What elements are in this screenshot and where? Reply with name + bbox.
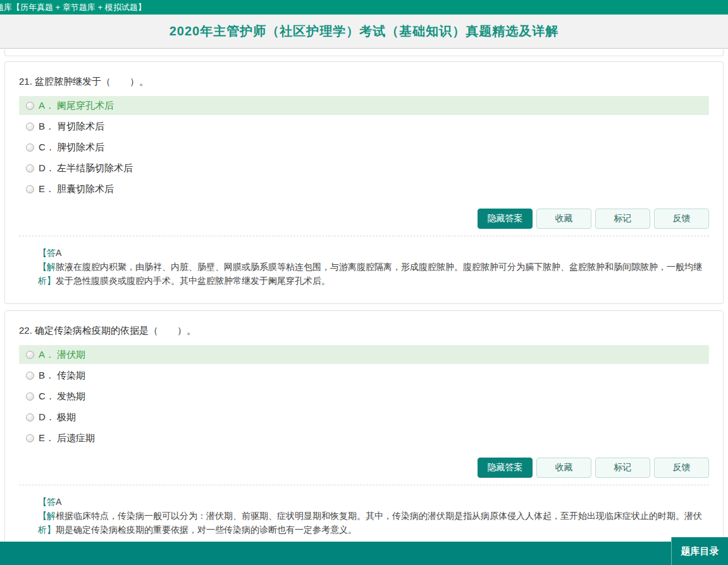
option-e[interactable]: E． 后遗症期 [19, 428, 709, 447]
option-letter: D． [39, 162, 56, 174]
hide-answer-button[interactable]: 隐藏答案 [478, 209, 533, 229]
option-letter: A． [39, 100, 56, 112]
radio-icon[interactable] [26, 102, 34, 110]
options-group: A． 阑尾穿孔术后 B． 胃切除术后 C． 脾切除术后 D． 左半结肠切除术后 … [19, 96, 709, 198]
option-letter: A． [39, 349, 56, 361]
mark-button[interactable]: 标记 [595, 209, 650, 229]
option-e[interactable]: E． 胆囊切除术后 [19, 179, 709, 198]
page-title: 2020年主管护师（社区护理学）考试（基础知识）真题精选及详解 [170, 23, 559, 40]
answer-label: 【答 [38, 497, 56, 507]
option-b[interactable]: B． 传染期 [19, 366, 709, 385]
option-b[interactable]: B． 胃切除术后 [19, 117, 709, 136]
question-card-21: 21. 盆腔脓肿继发于（ ）。 A． 阑尾穿孔术后 B． 胃切除术后 C． 脾切… [4, 61, 724, 304]
answer-value: A [56, 248, 61, 258]
option-text: 发热期 [57, 391, 85, 403]
answer-line: 【答A [38, 495, 709, 509]
answer-label: 【答 [38, 248, 56, 258]
analysis-block: 【解 析】 根据临床特点，传染病一般可以分为：潜伏期、前驱期、症状明显期和恢复期… [38, 509, 709, 537]
title-bar: 2020年主管护师（社区护理学）考试（基础知识）真题精选及详解 [0, 15, 728, 49]
radio-icon[interactable] [26, 185, 34, 193]
previous-card-bottom-fragment [4, 49, 724, 56]
top-banner-text: 题库【历年真题 + 章节题库 + 模拟试题】 [0, 0, 146, 15]
question-card-22: 22. 确定传染病检疫期的依据是（ ）。 A． 潜伏期 B． 传染期 C． 发热… [4, 310, 724, 553]
feedback-button[interactable]: 反馈 [654, 458, 709, 478]
option-text: 传染期 [57, 370, 85, 382]
option-a[interactable]: A． 阑尾穿孔术后 [19, 96, 709, 115]
analysis-label: 【解 析】 [38, 260, 56, 288]
radio-icon[interactable] [26, 123, 34, 131]
answer-section: 【答A 【解 析】 脓液在腹腔内积聚，由肠袢、内脏、肠壁、网膜或肠系膜等粘连包围… [38, 246, 709, 288]
question-stem: 21. 盆腔脓肿继发于（ ）。 [19, 76, 709, 88]
option-text: 脾切除术后 [57, 142, 104, 154]
option-letter: E． [39, 432, 56, 444]
option-text: 胆囊切除术后 [57, 183, 114, 195]
option-text: 潜伏期 [57, 349, 85, 361]
favorite-button[interactable]: 收藏 [536, 209, 591, 229]
options-group: A． 潜伏期 B． 传染期 C． 发热期 D． 极期 E． 后遗症期 [19, 345, 709, 447]
radio-icon[interactable] [26, 434, 34, 442]
option-letter: B． [39, 121, 56, 133]
analysis-text: 脓液在腹腔内积聚，由肠袢、内脏、肠壁、网膜或肠系膜等粘连包围，与游离腹腔隔离，形… [56, 262, 702, 286]
mark-button[interactable]: 标记 [595, 458, 650, 478]
bottom-bar [0, 542, 728, 565]
question-list: 21. 盆腔脓肿继发于（ ）。 A． 阑尾穿孔术后 B． 胃切除术后 C． 脾切… [0, 49, 728, 553]
option-text: 胃切除术后 [57, 121, 104, 133]
answer-divider [19, 236, 709, 236]
catalog-button[interactable]: 题库目录 [671, 537, 728, 565]
radio-icon[interactable] [26, 351, 34, 359]
radio-icon[interactable] [26, 413, 34, 422]
radio-icon[interactable] [26, 143, 34, 152]
answer-divider [19, 485, 709, 485]
option-letter: D． [39, 411, 56, 423]
analysis-text: 根据临床特点，传染病一般可以分为：潜伏期、前驱期、症状明显期和恢复期。其中，传染… [56, 511, 702, 535]
option-a[interactable]: A． 潜伏期 [19, 345, 709, 364]
answer-section: 【答A 【解 析】 根据临床特点，传染病一般可以分为：潜伏期、前驱期、症状明显期… [38, 495, 709, 537]
answer-line: 【答A [38, 246, 709, 260]
radio-icon[interactable] [26, 372, 34, 380]
radio-icon[interactable] [26, 164, 34, 173]
question-stem: 22. 确定传染病检疫期的依据是（ ）。 [19, 325, 709, 337]
favorite-button[interactable]: 收藏 [536, 458, 591, 478]
option-c[interactable]: C． 脾切除术后 [19, 138, 709, 157]
option-text: 阑尾穿孔术后 [57, 100, 114, 112]
radio-icon[interactable] [26, 392, 34, 401]
option-letter: E． [39, 183, 56, 195]
option-text: 极期 [57, 411, 76, 423]
option-text: 后遗症期 [57, 432, 95, 444]
option-d[interactable]: D． 极期 [19, 408, 709, 427]
option-letter: B． [39, 370, 56, 382]
analysis-label: 【解 析】 [38, 509, 56, 537]
option-letter: C． [39, 142, 56, 154]
option-letter: C． [39, 391, 56, 403]
action-buttons: 隐藏答案 收藏 标记 反馈 [19, 209, 709, 229]
option-d[interactable]: D． 左半结肠切除术后 [19, 159, 709, 178]
hide-answer-button[interactable]: 隐藏答案 [478, 458, 533, 478]
feedback-button[interactable]: 反馈 [654, 209, 709, 229]
action-buttons: 隐藏答案 收藏 标记 反馈 [19, 458, 709, 478]
option-c[interactable]: C． 发热期 [19, 387, 709, 406]
top-banner: 题库【历年真题 + 章节题库 + 模拟试题】 [0, 0, 728, 15]
answer-value: A [56, 497, 61, 507]
option-text: 左半结肠切除术后 [57, 162, 133, 174]
analysis-block: 【解 析】 脓液在腹腔内积聚，由肠袢、内脏、肠壁、网膜或肠系膜等粘连包围，与游离… [38, 260, 709, 288]
